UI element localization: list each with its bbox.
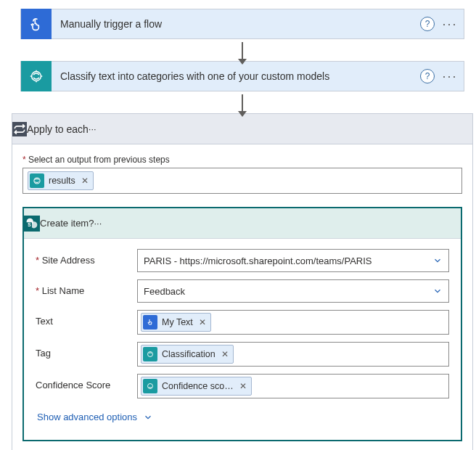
list-name-value: Feedback <box>144 286 185 297</box>
create-item-card: S Create item ? ··· * Site Address PARIS… <box>22 207 462 441</box>
output-input[interactable]: results ✕ <box>22 168 462 194</box>
row-tag: Tag Classification ✕ <box>36 342 449 367</box>
classify-card[interactable]: Classify text into categories with one o… <box>20 61 464 91</box>
trigger-card[interactable]: Manually trigger a flow ? ··· <box>20 9 464 39</box>
chevron-down-icon <box>432 286 443 296</box>
chevron-down-icon <box>143 412 153 422</box>
create-item-header[interactable]: S Create item ? ··· <box>24 208 461 239</box>
apply-to-each-title: Apply to each <box>27 123 89 135</box>
results-token[interactable]: results ✕ <box>28 171 94 190</box>
more-icon[interactable]: ··· <box>440 69 464 84</box>
svg-text:S: S <box>28 222 31 227</box>
label-confidence: Confidence Score <box>36 374 137 390</box>
ai-builder-icon <box>143 347 157 361</box>
row-text: Text My Text ✕ <box>36 310 449 335</box>
remove-token-icon[interactable]: ✕ <box>239 381 247 391</box>
row-site-address: * Site Address PARIS - https://microsoft… <box>36 249 449 272</box>
tag-input[interactable]: Classification ✕ <box>137 342 449 367</box>
loop-icon <box>12 122 27 136</box>
help-icon[interactable]: ? <box>89 218 94 229</box>
show-advanced-link[interactable]: Show advanced options <box>36 406 155 433</box>
token-label: Classification <box>162 349 216 359</box>
trigger-title: Manually trigger a flow <box>52 18 420 30</box>
row-confidence: Confidence Score Confidence sco… ✕ <box>36 374 449 398</box>
remove-token-icon[interactable]: ✕ <box>199 317 206 327</box>
label-tag: Tag <box>36 342 137 359</box>
apply-to-each-card: Apply to each ··· * Select an output fro… <box>12 113 473 450</box>
touch-icon <box>21 9 52 39</box>
mytext-token[interactable]: My Text ✕ <box>141 313 211 332</box>
help-icon[interactable]: ? <box>420 17 435 31</box>
site-address-select[interactable]: PARIS - https://microsoft.sharepoint.com… <box>137 249 449 272</box>
row-list-name: * List Name Feedback <box>36 279 449 303</box>
create-item-title: Create item <box>40 218 89 229</box>
connector-arrow <box>20 39 464 61</box>
remove-token-icon[interactable]: ✕ <box>221 349 229 359</box>
classification-token[interactable]: Classification ✕ <box>141 345 234 364</box>
label-site-address: * Site Address <box>36 249 137 266</box>
list-name-select[interactable]: Feedback <box>137 279 449 303</box>
token-label: Confidence sco… <box>162 381 234 391</box>
ai-builder-icon <box>143 379 157 393</box>
show-advanced-label: Show advanced options <box>37 412 137 422</box>
sharepoint-icon: S <box>24 216 40 232</box>
remove-token-icon[interactable]: ✕ <box>81 176 89 186</box>
chevron-down-icon <box>432 255 443 266</box>
output-label: * Select an output from previous steps <box>22 155 462 165</box>
site-address-value: PARIS - https://microsoft.sharepoint.com… <box>144 255 372 266</box>
label-text: Text <box>36 310 137 327</box>
more-icon[interactable]: ··· <box>440 17 464 32</box>
token-label: My Text <box>162 317 193 327</box>
confidence-input[interactable]: Confidence sco… ✕ <box>137 374 449 398</box>
classify-title: Classify text into categories with one o… <box>52 70 420 82</box>
more-icon[interactable]: ··· <box>94 218 102 229</box>
help-icon[interactable]: ? <box>420 69 435 83</box>
token-label: results <box>49 176 75 186</box>
connector-arrow <box>20 91 464 113</box>
text-input[interactable]: My Text ✕ <box>137 310 449 335</box>
touch-icon <box>143 315 157 330</box>
apply-to-each-header[interactable]: Apply to each ··· <box>12 114 472 144</box>
confidence-token[interactable]: Confidence sco… ✕ <box>141 377 252 396</box>
label-list-name: * List Name <box>36 279 137 296</box>
ai-builder-icon <box>30 173 44 188</box>
more-icon[interactable]: ··· <box>89 123 97 134</box>
ai-builder-icon <box>21 61 52 91</box>
